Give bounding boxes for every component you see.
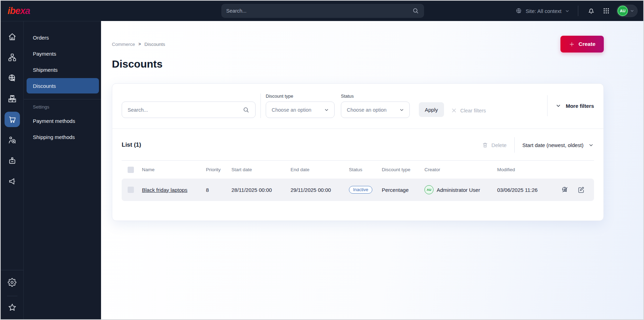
rail-bottom-group xyxy=(1,270,23,319)
clear-filters-button[interactable]: Clear filters xyxy=(451,107,486,113)
chevron-down-icon xyxy=(588,142,594,148)
start-date-cell: 28/11/2025 00:00 xyxy=(231,187,291,193)
priority-cell: 8 xyxy=(206,187,231,193)
status-value: Choose an option xyxy=(347,107,387,113)
column-header-priority: Priority xyxy=(206,167,231,172)
column-header-status: Status xyxy=(349,167,382,172)
select-all-checkbox[interactable] xyxy=(128,167,134,173)
list-search-input[interactable] xyxy=(128,107,243,113)
sitemap-icon xyxy=(8,53,17,62)
search-icon[interactable] xyxy=(412,7,419,14)
menu-item-orders[interactable]: Orders xyxy=(27,30,99,45)
discount-name-link[interactable]: Black friday laptops xyxy=(142,187,187,193)
global-search-input[interactable] xyxy=(226,8,412,14)
deactivate-icon[interactable] xyxy=(561,186,569,194)
breadcrumb-commerce[interactable]: Commerce xyxy=(112,42,135,47)
menu-section-settings: Settings xyxy=(24,104,101,110)
globe-cursor-icon xyxy=(8,74,17,83)
rail-item-marketing[interactable] xyxy=(5,174,20,189)
menu-item-shipping-methods[interactable]: Shipping methods xyxy=(27,129,99,145)
menu-item-shipments[interactable]: Shipments xyxy=(27,62,99,77)
megaphone-icon xyxy=(8,177,17,186)
breadcrumb-separator: > xyxy=(138,42,141,47)
chevron-down-icon xyxy=(565,8,570,14)
discount-type-select[interactable]: Choose an option xyxy=(266,102,335,118)
discount-type-value: Choose an option xyxy=(272,107,312,113)
rail-item-customers[interactable] xyxy=(5,132,20,148)
user-menu[interactable]: AU xyxy=(616,5,638,17)
icon-rail xyxy=(1,21,24,319)
rail-item-commerce[interactable] xyxy=(5,112,20,127)
site-context-switcher[interactable]: Site: All context xyxy=(515,7,570,14)
product-boxes-icon xyxy=(8,94,17,103)
sort-label: Start date (newest, oldest) xyxy=(522,142,584,148)
app-window: ibexa Site: All context xyxy=(0,0,644,320)
rail-item-products[interactable] xyxy=(5,91,20,106)
modified-cell: 03/06/2025 11:26 xyxy=(497,187,557,193)
rail-item-corporate[interactable] xyxy=(5,153,20,168)
breadcrumb-discounts: Discounts xyxy=(144,42,165,47)
main-content: Commerce > Discounts Create Discounts xyxy=(101,21,643,319)
globe-icon xyxy=(515,7,522,14)
filters-divider xyxy=(260,93,261,118)
page-title: Discounts xyxy=(112,58,643,70)
sort-dropdown[interactable]: Start date (newest, oldest) xyxy=(522,142,594,148)
global-search[interactable] xyxy=(221,4,424,18)
chevron-down-icon xyxy=(324,107,329,113)
rail-item-bookmarks[interactable] xyxy=(5,300,20,315)
chevron-down-icon xyxy=(555,103,561,109)
list-search[interactable] xyxy=(122,102,256,118)
more-filters-label: More filters xyxy=(566,103,594,109)
creator-cell: AU Administrator User xyxy=(424,185,497,194)
end-date-cell: 29/11/2025 00:00 xyxy=(291,187,349,193)
column-header-modified: Modified xyxy=(497,167,557,172)
plus-icon xyxy=(569,41,575,47)
close-icon xyxy=(451,107,457,113)
user-badge-icon xyxy=(8,156,17,165)
apply-button[interactable]: Apply xyxy=(419,102,444,117)
create-button-label: Create xyxy=(579,41,595,47)
star-icon xyxy=(8,303,17,312)
rail-item-content[interactable] xyxy=(5,50,20,65)
app-grid-button[interactable] xyxy=(601,6,611,16)
menu-divider xyxy=(24,99,101,99)
home-icon xyxy=(8,32,17,41)
rail-item-dashboard[interactable] xyxy=(5,29,20,44)
create-button[interactable]: Create xyxy=(560,36,604,53)
breadcrumb: Commerce > Discounts xyxy=(112,42,165,47)
grid-dots-icon xyxy=(603,7,610,14)
site-context-label: Site: All context xyxy=(525,8,561,14)
column-header-start-date: Start date xyxy=(231,167,291,172)
commerce-menu-panel: Orders Payments Shipments Discounts Sett… xyxy=(24,21,101,319)
discounts-card: Discount type Choose an option Status Ch… xyxy=(112,83,604,221)
edit-icon[interactable] xyxy=(577,186,585,194)
chevron-down-icon xyxy=(630,8,635,13)
filters-bar: Discount type Choose an option Status Ch… xyxy=(112,84,603,129)
creator-avatar: AU xyxy=(424,185,434,194)
column-header-creator: Creator xyxy=(424,167,497,172)
ibexa-logo: ibexa xyxy=(8,6,32,16)
menu-item-payment-methods[interactable]: Payment methods xyxy=(27,113,99,128)
more-filters-button[interactable]: More filters xyxy=(547,95,594,116)
status-badge: Inactive xyxy=(349,186,372,194)
shopping-cart-icon xyxy=(8,115,17,124)
menu-item-discounts[interactable]: Discounts xyxy=(27,78,99,93)
rail-item-admin[interactable] xyxy=(5,274,20,290)
rail-item-site[interactable] xyxy=(5,70,20,86)
rail-divider xyxy=(7,296,17,296)
gear-icon xyxy=(8,278,16,287)
menu-item-payments[interactable]: Payments xyxy=(27,46,99,61)
search-icon[interactable] xyxy=(243,106,250,113)
avatar: AU xyxy=(617,6,628,16)
status-select[interactable]: Choose an option xyxy=(341,102,410,118)
table-header: Name Priority Start date End date Status… xyxy=(122,160,594,179)
bell-icon xyxy=(587,7,595,15)
table-row: Black friday laptops 8 28/11/2025 00:00 … xyxy=(122,179,594,201)
row-checkbox[interactable] xyxy=(128,187,134,193)
creator-name: Administrator User xyxy=(437,187,480,193)
delete-button[interactable]: Delete xyxy=(482,142,507,148)
column-header-discount-type: Discount type xyxy=(382,167,424,172)
discount-type-label: Discount type xyxy=(266,93,335,99)
notifications-button[interactable] xyxy=(586,6,596,16)
delete-label: Delete xyxy=(492,142,507,148)
